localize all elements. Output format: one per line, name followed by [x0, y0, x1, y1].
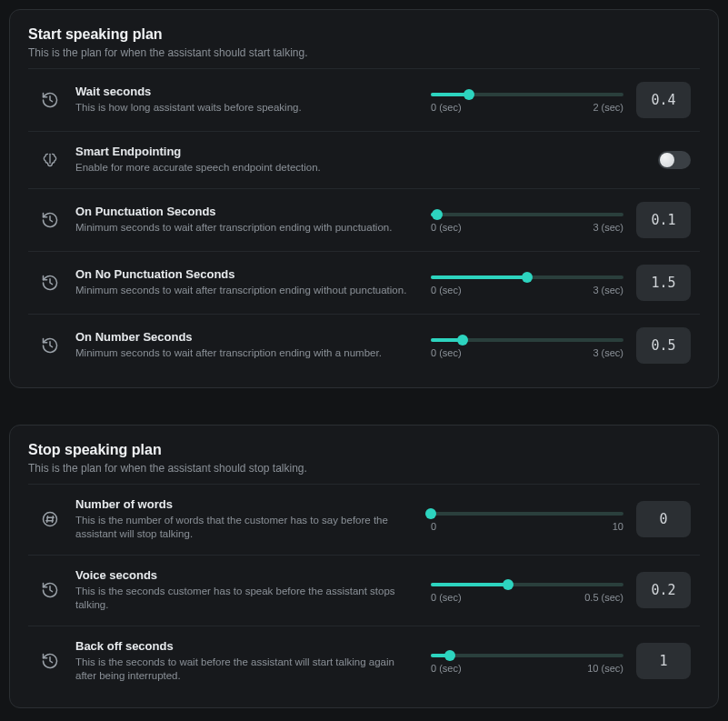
voice-desc: This is the seconds customer has to spea…: [75, 585, 418, 613]
backoff-max-label: 10 (sec): [587, 663, 623, 674]
history-icon: [37, 87, 63, 113]
history-icon: [37, 577, 63, 603]
punctuation-slider[interactable]: 0 (sec) 3 (sec): [431, 207, 623, 233]
number-desc: Minimum seconds to wait after transcript…: [75, 346, 418, 361]
no-punctuation-value[interactable]: 1.5: [636, 265, 691, 301]
wait-seconds-slider[interactable]: 0 (sec) 2 (sec): [431, 87, 623, 113]
start-title: Start speaking plan: [28, 26, 700, 43]
nopunct-max-label: 3 (sec): [593, 285, 623, 295]
punctuation-row: On Punctuation Seconds Minimum seconds t…: [28, 188, 700, 251]
voice-slider[interactable]: 0 (sec) 0.5 (sec): [431, 577, 623, 603]
history-icon: [37, 270, 63, 295]
no-punctuation-label: On No Punctuation Seconds: [75, 267, 418, 281]
backoff-slider[interactable]: 0 (sec) 10 (sec): [431, 648, 623, 674]
punctuation-value[interactable]: 0.1: [636, 202, 691, 238]
smart-endpointing-label: Smart Endpointing: [75, 145, 645, 158]
wait-seconds-text: Wait seconds This is how long assistant …: [75, 85, 418, 115]
voice-value[interactable]: 0.2: [636, 572, 691, 608]
smart-endpointing-row: Smart Endpointing Enable for more accura…: [28, 131, 700, 188]
punctuation-label: On Punctuation Seconds: [75, 205, 418, 218]
voice-row: Voice seconds This is the seconds custom…: [28, 555, 700, 626]
words-text: Number of words This is the number of wo…: [75, 497, 418, 542]
punct-min-label: 0 (sec): [431, 222, 462, 233]
no-punctuation-text: On No Punctuation Seconds Minimum second…: [75, 267, 418, 298]
stop-title: Stop speaking plan: [28, 442, 700, 458]
wait-seconds-row: Wait seconds This is how long assistant …: [28, 68, 700, 131]
backoff-text: Back off seconds This is the seconds to …: [75, 639, 418, 684]
smart-endpointing-desc: Enable for more accurate speech endpoint…: [75, 161, 645, 175]
stop-speaking-panel: Stop speaking plan This is the plan for …: [9, 425, 719, 708]
nopunct-min-label: 0 (sec): [431, 285, 462, 295]
no-punctuation-slider[interactable]: 0 (sec) 3 (sec): [431, 270, 623, 295]
number-value[interactable]: 0.5: [636, 327, 691, 364]
words-min-label: 0: [431, 521, 436, 532]
voice-text: Voice seconds This is the seconds custom…: [75, 568, 418, 613]
words-slider[interactable]: 0 10: [431, 506, 623, 532]
history-icon: [37, 648, 63, 674]
number-row: On Number Seconds Minimum seconds to wai…: [28, 314, 700, 376]
wait-seconds-value[interactable]: 0.4: [636, 82, 691, 118]
punctuation-text: On Punctuation Seconds Minimum seconds t…: [75, 205, 418, 235]
backoff-label: Back off seconds: [75, 639, 418, 653]
number-text: On Number Seconds Minimum seconds to wai…: [75, 330, 418, 361]
svg-point-0: [44, 513, 57, 526]
words-label: Number of words: [75, 497, 418, 511]
smart-endpointing-toggle[interactable]: [658, 151, 691, 169]
wait-seconds-desc: This is how long assistant waits before …: [75, 101, 418, 115]
number-slider[interactable]: 0 (sec) 3 (sec): [431, 333, 623, 358]
start-subtitle: This is the plan for when the assistant …: [28, 46, 700, 59]
words-value[interactable]: 0: [636, 501, 691, 537]
smart-endpointing-text: Smart Endpointing Enable for more accura…: [75, 145, 645, 175]
voice-max-label: 0.5 (sec): [584, 592, 623, 603]
history-icon: [37, 333, 63, 358]
number-min-label: 0 (sec): [431, 347, 462, 358]
voice-min-label: 0 (sec): [431, 592, 462, 603]
voice-label: Voice seconds: [75, 568, 418, 582]
wait-min-label: 0 (sec): [431, 102, 462, 113]
hash-icon: [37, 506, 63, 532]
words-max-label: 10: [613, 521, 623, 532]
punctuation-desc: Minimum seconds to wait after transcript…: [75, 221, 418, 235]
backoff-row: Back off seconds This is the seconds to …: [28, 626, 700, 696]
backoff-value[interactable]: 1: [636, 643, 691, 679]
wait-max-label: 2 (sec): [593, 102, 623, 113]
backoff-min-label: 0 (sec): [431, 663, 462, 674]
words-row: Number of words This is the number of wo…: [28, 484, 700, 555]
no-punctuation-row: On No Punctuation Seconds Minimum second…: [28, 251, 700, 314]
punct-max-label: 3 (sec): [593, 222, 623, 233]
number-label: On Number Seconds: [75, 330, 418, 344]
stop-subtitle: This is the plan for when the assistant …: [28, 462, 700, 475]
history-icon: [37, 207, 63, 233]
no-punctuation-desc: Minimum seconds to wait after transcript…: [75, 284, 418, 298]
toggle-knob: [660, 153, 674, 167]
brain-icon: [37, 147, 63, 173]
words-desc: This is the number of words that the cus…: [75, 514, 418, 542]
wait-seconds-label: Wait seconds: [75, 85, 418, 98]
number-max-label: 3 (sec): [593, 347, 623, 358]
start-speaking-panel: Start speaking plan This is the plan for…: [9, 9, 719, 388]
backoff-desc: This is the seconds to wait before the a…: [75, 656, 418, 684]
